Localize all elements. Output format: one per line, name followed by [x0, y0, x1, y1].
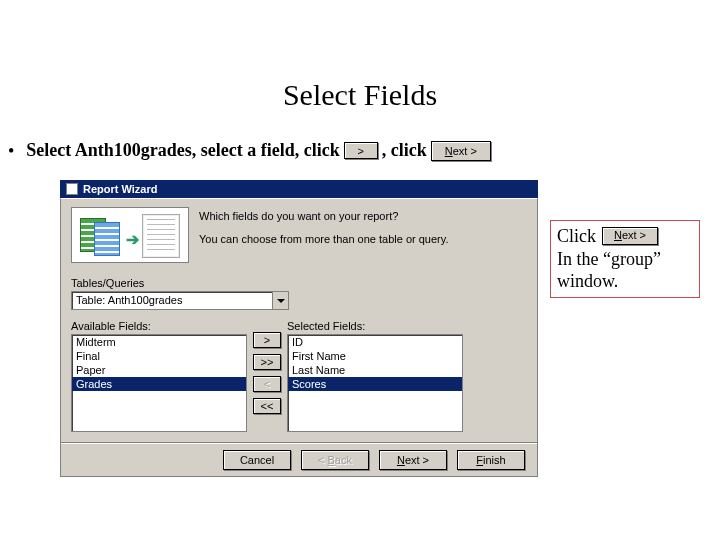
report-wizard-window: Report Wizard ➔ Which fields do you want… — [60, 180, 538, 477]
note-click-label: Click — [557, 225, 596, 248]
cancel-button[interactable]: Cancel — [223, 450, 291, 470]
move-one-right-button[interactable]: > — [253, 332, 281, 348]
list-item[interactable]: ID — [288, 335, 462, 349]
bullet-line: • Select Anth100grades, select a field, … — [8, 140, 720, 161]
note-line-3: window. — [557, 270, 693, 293]
wizard-footer: Cancel < Back Next > Finish — [61, 442, 537, 476]
list-item[interactable]: Midterm — [72, 335, 246, 349]
window-icon — [66, 183, 78, 195]
inline-next-button[interactable]: Next > — [431, 141, 491, 161]
list-item[interactable]: Final — [72, 349, 246, 363]
finish-button[interactable]: Finish — [457, 450, 525, 470]
list-item[interactable]: Last Name — [288, 363, 462, 377]
chevron-down-icon — [277, 297, 285, 305]
bullet-dot: • — [8, 142, 14, 160]
back-button[interactable]: < Back — [301, 450, 369, 470]
prompt-line-1: Which fields do you want on your report? — [199, 209, 527, 224]
svg-marker-0 — [277, 299, 285, 303]
move-one-left-button[interactable]: < — [253, 376, 281, 392]
list-item[interactable]: First Name — [288, 349, 462, 363]
titlebar: Report Wizard — [60, 180, 538, 198]
combo-value: Table: Anth100grades — [72, 292, 272, 309]
selected-fields-list[interactable]: IDFirst NameLast NameScores — [287, 334, 463, 432]
move-all-left-button[interactable]: << — [253, 398, 281, 414]
inline-move-button[interactable]: > — [344, 142, 378, 159]
list-item[interactable]: Scores — [288, 377, 462, 391]
available-fields-list[interactable]: MidtermFinalPaperGrades — [71, 334, 247, 432]
note-next-button[interactable]: Next > — [602, 227, 658, 245]
wizard-prompt: Which fields do you want on your report?… — [199, 207, 527, 263]
available-fields-label: Available Fields: — [71, 320, 247, 332]
tables-queries-combo[interactable]: Table: Anth100grades — [71, 291, 289, 310]
bullet-text-2: , click — [382, 140, 427, 161]
wizard-illustration: ➔ — [71, 207, 189, 263]
combo-dropdown-button[interactable] — [272, 292, 288, 309]
note-line-2: In the “group” — [557, 248, 693, 271]
selected-fields-label: Selected Fields: — [287, 320, 463, 332]
prompt-line-2: You can choose from more than one table … — [199, 232, 527, 247]
note-box: Click Next > In the “group” window. — [550, 220, 700, 298]
move-all-right-button[interactable]: >> — [253, 354, 281, 370]
window-title: Report Wizard — [83, 183, 157, 195]
slide-title: Select Fields — [0, 78, 720, 112]
list-item[interactable]: Grades — [72, 377, 246, 391]
tables-queries-label: Tables/Queries — [71, 277, 537, 289]
bullet-text-1: Select Anth100grades, select a field, cl… — [26, 140, 339, 161]
next-button[interactable]: Next > — [379, 450, 447, 470]
list-item[interactable]: Paper — [72, 363, 246, 377]
